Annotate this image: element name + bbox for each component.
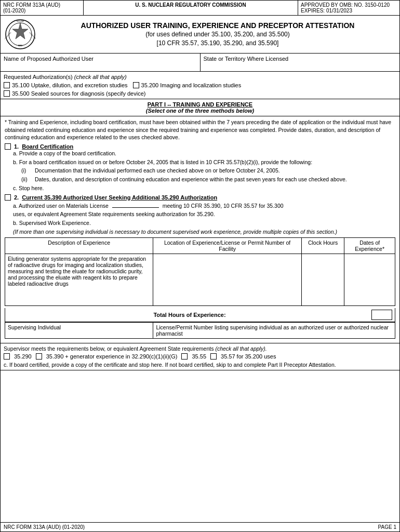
total-hours-box[interactable] [371, 310, 392, 320]
expires-label: EXPIRES: 01/31/2023 [301, 8, 397, 14]
license-blank[interactable] [112, 201, 159, 208]
section2-item-b-italic: (If more than one supervising individual… [13, 228, 395, 236]
checkbox-55[interactable] [181, 353, 188, 360]
experience-table: Description of Experience Location of Ex… [5, 237, 395, 306]
svg-text:NUCLEAR: NUCLEAR [17, 20, 24, 22]
col-header-hours: Clock Hours [301, 238, 344, 254]
section2-item-a: a. Authorized user on Materials License … [13, 201, 395, 210]
supervising-license-cell: License/Permit Number listing supervisin… [153, 323, 395, 339]
checkbox-100[interactable] [4, 82, 10, 88]
name-state-row: Name of Proposed Authorized User State o… [1, 54, 399, 72]
form-id: NRC FORM 313A (AUD) (01-2020) [1, 1, 84, 15]
section2-item-b: b. Supervised Work Experience. [13, 219, 395, 227]
section1-item-b-i: (i) Documentation that the individual pe… [21, 167, 395, 175]
auth-item3-label: 35.500 Sealed sources for diagnosis (spe… [12, 90, 145, 97]
auth-checkboxes: 35.100 Uptake, dilution, and excretion s… [4, 82, 396, 88]
section1-num: 1. [14, 143, 19, 150]
part1-subtitle: (Select one of the three methods below) [3, 108, 397, 114]
svg-text:NRC: NRC [18, 44, 23, 47]
nrc-seal: NRC NUCLEAR REGULATORY COMMISSION [5, 19, 36, 50]
exp-dates[interactable] [344, 254, 395, 306]
form-date-text: (01-2020) [3, 8, 25, 14]
col-header-description: Description of Experience [5, 238, 153, 254]
title-text: AUTHORIZED USER TRAINING, EXPERIENCE AND… [40, 21, 395, 48]
footer-checks: Supervisor meets the requirements below,… [1, 343, 399, 370]
auth-title: Requested Authorization(s) (check all th… [4, 74, 396, 80]
auth-item2-label: 35.200 Imaging and localization studies [141, 82, 242, 88]
page-footer: NRC FORM 313A (AUD) (01-2020) PAGE 1 [1, 522, 399, 531]
name-label: Name of Proposed Authorized User [4, 56, 94, 62]
header-agency: U. S. NUCLEAR REGULATORY COMMISSION [84, 1, 298, 15]
supervising-label-cell: Supervising Individual [5, 323, 153, 339]
col-header-dates: Dates of Experience* [344, 238, 395, 254]
table-row: Eluting generator systems appropriate fo… [5, 254, 395, 306]
part1-intro: * Training and Experience, including boa… [5, 118, 395, 141]
section1-item-c: c. Stop here. [13, 184, 395, 192]
total-hours-row: Total Hours of Experience: [5, 308, 395, 322]
checkbox-390-gen[interactable] [36, 353, 42, 360]
checkbox-290[interactable] [4, 353, 10, 360]
supervising-label: Supervising Individual [8, 324, 61, 330]
header-approved: APPROVED BY OMB: NO. 3150-0120 EXPIRES: … [298, 1, 399, 15]
part1-header: PART I -- TRAINING AND EXPERIENCE (Selec… [1, 99, 399, 116]
section1-item-a: a. Provide a copy of the board certifica… [13, 150, 395, 157]
auth-row2: 35.500 Sealed sources for diagnosis (spe… [4, 90, 396, 97]
supervising-row: Supervising Individual License/Permit Nu… [5, 323, 395, 339]
page: NRC FORM 313A (AUD) (01-2020) U. S. NUCL… [0, 0, 400, 532]
svg-marker-2 [12, 23, 28, 39]
body-section: * Training and Experience, including boa… [1, 116, 399, 343]
name-field: Name of Proposed Authorized User [1, 54, 201, 71]
section1-label: Board Certification [22, 143, 73, 150]
auth-checkbox-2: 35.200 Imaging and localization studies [133, 82, 242, 88]
exp-hours[interactable] [301, 254, 344, 306]
checkbox-500[interactable] [4, 90, 10, 97]
title-section: NRC NUCLEAR REGULATORY COMMISSION AUTHOR… [1, 16, 399, 54]
auth-section: Requested Authorization(s) (check all th… [1, 72, 399, 99]
supervisor-note: Supervisor meets the requirements below,… [4, 345, 396, 352]
state-field: State or Territory Where Licensed [201, 54, 400, 71]
checkbox-200[interactable] [133, 82, 139, 88]
title-line1: AUTHORIZED USER TRAINING, EXPERIENCE AND… [40, 21, 395, 30]
supervising-right: License/Permit Number listing supervisin… [156, 324, 389, 337]
section2-item-a-cont: uses, or equivalent Agreement State requ… [13, 210, 395, 218]
section1: 1. Board Certification a. Provide a copy… [5, 143, 395, 192]
check4-label: 35.57 for 35.200 uses [221, 353, 276, 360]
auth-checkbox-1: 35.100 Uptake, dilution, and excretion s… [4, 82, 128, 88]
footer-left: NRC FORM 313A (AUD) (01-2020) [4, 524, 85, 530]
title-line3: [10 CFR 35.57, 35.190, 35.290, and 35.59… [40, 39, 395, 48]
form-id-text: NRC FORM 313A (AUD) [3, 2, 60, 8]
part1-title: PART I -- TRAINING AND EXPERIENCE [3, 101, 397, 108]
checkbox-57-200[interactable] [210, 353, 217, 360]
section1-item-b: b. For a board certification issued on o… [13, 158, 395, 166]
check3-label: 35.55 [192, 353, 206, 360]
check2-label: 35.390 + generator experience in 32.290(… [46, 353, 178, 360]
footer-checkbox-row: 35.290 35.390 + generator experience in … [4, 353, 396, 360]
total-label: Total Hours of Experience: [8, 312, 371, 318]
footer-right: PAGE 1 [378, 524, 396, 530]
section1-heading: 1. Board Certification [5, 143, 395, 150]
check1-label: 35.290 [14, 353, 32, 360]
exp-location[interactable] [153, 254, 301, 306]
section2-label: Current 35.390 Authorized User Seeking A… [22, 194, 217, 201]
title-line2: (for uses defined under 35.100, 35.200, … [40, 30, 395, 39]
agency-title: U. S. NUCLEAR REGULATORY COMMISSION [135, 2, 246, 8]
section1-item-b-ii: (ii) Dates, duration, and description of… [21, 176, 395, 183]
checkbox-section2[interactable] [5, 194, 11, 201]
approved-label: APPROVED BY OMB: NO. 3150-0120 [301, 2, 397, 8]
section2-num: 2. [14, 194, 19, 201]
checkbox-board-cert[interactable] [5, 143, 11, 150]
section2: 2. Current 35.390 Authorized User Seekin… [5, 194, 395, 339]
exp-description: Eluting generator systems appropriate fo… [5, 254, 153, 306]
auth-title-text: Requested Authorization(s) [4, 74, 73, 80]
auth-item1-label: 35.100 Uptake, dilution, and excretion s… [12, 82, 128, 88]
auth-check-all: (check all that apply) [74, 74, 127, 80]
col-header-location: Location of Experience/License or Permit… [153, 238, 301, 254]
section2-heading: 2. Current 35.390 Authorized User Seekin… [5, 194, 395, 201]
header-top: NRC FORM 313A (AUD) (01-2020) U. S. NUCL… [1, 1, 399, 16]
supervising-table: Supervising Individual License/Permit Nu… [5, 322, 395, 339]
state-label: State or Territory Where Licensed [204, 56, 289, 62]
section2-item-c: c. If board certified, provide a copy of… [4, 362, 396, 368]
